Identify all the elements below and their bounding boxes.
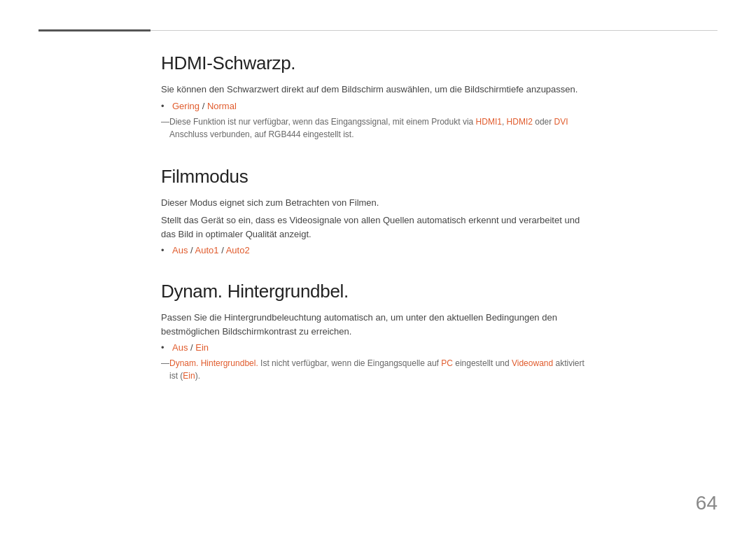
section-filmmodus: Filmmodus Dieser Modus eignet sich zum B… xyxy=(161,166,595,256)
film-bullet-list: Aus / Auto1 / Auto2 xyxy=(161,245,595,255)
section-title-hdmi: HDMI-Schwarzp. xyxy=(161,52,595,74)
section-hdmi-schwarzp: HDMI-Schwarzp. Sie können den Schwarzwer… xyxy=(161,52,595,141)
ein-link-dynam: Ein xyxy=(195,342,209,353)
hdmi-note-text-before: Diese Funktion ist nur verfügbar, wenn d… xyxy=(169,117,476,127)
pc-link: PC xyxy=(441,358,453,368)
hdmi-bullet-list: Gering / Normal xyxy=(161,101,595,111)
normal-link: Normal xyxy=(207,101,237,111)
dvi-link: DVI xyxy=(554,117,568,127)
auto1-link: Auto1 xyxy=(195,245,219,255)
page-container: HDMI-Schwarzp. Sie können den Schwarzwer… xyxy=(0,0,756,534)
dynam-bullet-item: Aus / Ein xyxy=(161,342,595,353)
hdmi-separator-1: / xyxy=(200,101,207,111)
hdmi-desc: Sie können den Schwarzwert direkt auf de… xyxy=(161,83,595,97)
hdmi-note-mid2: oder xyxy=(533,117,554,127)
rule-light xyxy=(150,30,718,31)
film-sep1: / xyxy=(188,245,195,255)
dynam-note-end: ). xyxy=(195,371,200,381)
page-number: 64 xyxy=(696,492,718,514)
hdmi-note: Diese Funktion ist nur verfügbar, wenn d… xyxy=(161,115,595,141)
main-content: HDMI-Schwarzp. Sie können den Schwarzwer… xyxy=(0,31,756,534)
dynam-note: Dynam. Hintergrundbel. Ist nicht verfügb… xyxy=(161,357,595,382)
auto2-link: Auto2 xyxy=(226,245,250,255)
film-bullet-item: Aus / Auto1 / Auto2 xyxy=(161,245,595,255)
aus-link-dynam: Aus xyxy=(172,342,188,353)
hdmi2-link: HDMI2 xyxy=(507,117,533,127)
dynam-sep1: / xyxy=(188,342,195,353)
dynam-note-before: Ist nicht verfügbar, wenn die Eingangsqu… xyxy=(258,358,442,368)
dynam-desc: Passen Sie die Hintergrundbeleuchtung au… xyxy=(161,311,595,338)
aus-link-film: Aus xyxy=(172,245,188,255)
hdmi1-link: HDMI1 xyxy=(476,117,502,127)
section-dynam: Dynam. Hintergrundbel. Passen Sie die Hi… xyxy=(161,281,595,382)
film-desc1: Dieser Modus eignet sich zum Betrachten … xyxy=(161,196,595,210)
hdmi-note-after: Anschluss verbunden, auf RGB444 eingeste… xyxy=(169,129,354,139)
section-title-dynam: Dynam. Hintergrundbel. xyxy=(161,281,595,302)
videowand-link: Videowand xyxy=(512,358,553,368)
film-sep2: / xyxy=(219,245,226,255)
dynam-bullet-list: Aus / Ein xyxy=(161,342,595,353)
dynam-note-start-link: Dynam. Hintergrundbel. xyxy=(169,358,258,368)
hdmi-note-mid1: , xyxy=(502,117,507,127)
dynam-note-mid: eingestellt und xyxy=(453,358,512,368)
film-desc2: Stellt das Gerät so ein, dass es Videosi… xyxy=(161,213,595,241)
section-title-filmmodus: Filmmodus xyxy=(161,166,595,188)
hdmi-bullet-item: Gering / Normal xyxy=(161,101,595,111)
gering-link: Gering xyxy=(172,101,200,111)
ein-link-note: Ein xyxy=(183,371,195,381)
